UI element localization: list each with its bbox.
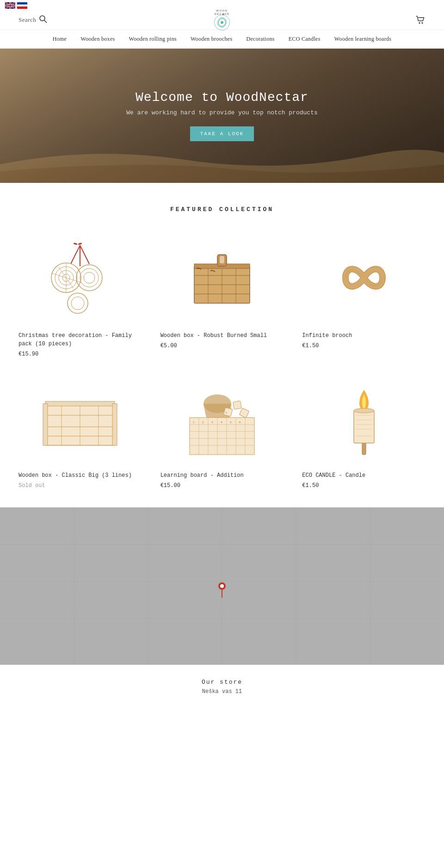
svg-rect-8: [5, 5, 15, 6]
nav-wooden-learning-boards[interactable]: Wooden learning boards: [334, 36, 392, 43]
flag-slovenian[interactable]: [17, 2, 27, 8]
nav-wooden-boxes[interactable]: Wooden boxes: [80, 36, 115, 43]
product-image-6: [302, 371, 426, 464]
product-card-4[interactable]: Wooden box - Classic Big (3 lines) Sold …: [18, 371, 142, 489]
product-card-3[interactable]: Infinite brooch €1.50: [302, 231, 426, 357]
svg-rect-58: [112, 404, 117, 445]
search-area: Search: [18, 15, 222, 25]
product-price-2: €5.00: [160, 343, 284, 349]
svg-text:6: 6: [239, 420, 241, 424]
nav-wooden-brooches[interactable]: Wooden brooches: [191, 36, 233, 43]
svg-rect-79: [233, 401, 242, 410]
svg-point-37: [68, 293, 88, 313]
svg-point-12: [40, 16, 45, 21]
svg-rect-80: [239, 408, 249, 418]
product-card-2[interactable]: Wooden box - Robust Burned Small €5.00: [160, 231, 284, 357]
featured-title: FEATURED COLLECTION: [18, 206, 426, 213]
svg-rect-56: [45, 401, 115, 406]
product-img-wooden-box-small: [185, 241, 259, 315]
product-card-6[interactable]: ECO CANDLE - Candle €1.50: [302, 371, 426, 489]
map-placeholder: [0, 507, 444, 665]
products-grid: Christmas tree decoration - Family pack …: [18, 231, 426, 489]
product-image-4: [18, 371, 142, 464]
hero-cta-button[interactable]: TAKE A LOOK: [190, 126, 254, 141]
product-name-2: Wooden box - Robust Burned Small: [160, 331, 284, 340]
hero-title: Welcome to WoodNectar: [126, 90, 317, 105]
footer-map-area: [0, 507, 444, 665]
logo-icon: WOOD NECTAR: [208, 5, 236, 33]
svg-point-35: [80, 269, 99, 287]
svg-text:WOOD: WOOD: [216, 9, 228, 12]
svg-rect-10: [17, 5, 27, 7]
svg-rect-48: [220, 256, 224, 263]
nav-wooden-rolling-pins[interactable]: Wooden rolling pins: [129, 36, 177, 43]
svg-point-21: [222, 14, 223, 15]
svg-point-23: [422, 22, 423, 24]
header: Search WOOD NECTAR: [0, 10, 444, 30]
svg-point-36: [84, 272, 95, 283]
svg-point-38: [71, 297, 84, 310]
svg-rect-11: [17, 6, 27, 9]
svg-text:3: 3: [211, 420, 213, 424]
footer-text-area: Our store Neška vas 11: [0, 665, 444, 709]
svg-point-89: [354, 408, 374, 413]
product-name-3: Infinite brooch: [302, 331, 426, 340]
product-image-1: [18, 231, 142, 324]
nav-eco-candles[interactable]: ECO Candles: [289, 36, 321, 43]
product-image-2: [160, 231, 284, 324]
svg-line-26: [80, 245, 89, 264]
product-name-4: Wooden box - Classic Big (3 lines): [18, 471, 142, 480]
hero-banner: Welcome to WoodNectar We are working har…: [0, 49, 444, 183]
product-img-eco-candle: [336, 376, 392, 459]
flag-english[interactable]: [5, 2, 15, 8]
product-price-3: €1.50: [302, 343, 426, 349]
logo[interactable]: WOOD NECTAR: [208, 5, 236, 35]
cart-icon: [415, 15, 426, 25]
cart-button[interactable]: [222, 15, 426, 25]
svg-text:1: 1: [193, 420, 195, 424]
product-card-5[interactable]: 1 2 3 4 5 6 + Learning board - Addition …: [160, 371, 284, 489]
product-name-1: Christmas tree decoration - Family pack …: [18, 331, 142, 348]
svg-text:+: +: [225, 411, 228, 415]
hero-content: Welcome to WoodNectar We are working har…: [126, 90, 317, 141]
svg-text:2: 2: [202, 420, 204, 424]
product-price-1: €15.90: [18, 351, 142, 357]
svg-point-20: [221, 21, 223, 24]
search-button[interactable]: [39, 15, 47, 25]
search-label: Search: [18, 16, 36, 24]
product-name-6: ECO CANDLE - Candle: [302, 471, 426, 480]
product-img-wooden-box-classic: [38, 381, 122, 455]
product-img-christmas-decoration: [38, 236, 122, 319]
product-image-3: [302, 231, 426, 324]
svg-rect-82: [354, 411, 374, 443]
product-price-6: €1.50: [302, 482, 426, 489]
product-image-5: 1 2 3 4 5 6 +: [160, 371, 284, 464]
product-sold-out-4: Sold out: [18, 482, 142, 489]
product-price-5: €15.00: [160, 482, 284, 489]
svg-rect-57: [43, 404, 48, 445]
nav-home[interactable]: Home: [53, 36, 67, 43]
svg-line-24: [71, 245, 80, 264]
featured-section: FEATURED COLLECTION: [0, 183, 444, 507]
svg-text:4: 4: [221, 420, 222, 424]
svg-text:5: 5: [230, 420, 232, 424]
product-img-infinite-brooch: [327, 241, 401, 315]
nav-decorations[interactable]: Decorations: [246, 36, 274, 43]
svg-point-100: [220, 584, 224, 588]
footer-address: Neška vas 11: [18, 688, 426, 695]
product-card-1[interactable]: Christmas tree decoration - Family pack …: [18, 231, 142, 357]
svg-line-13: [44, 20, 47, 23]
hero-subtitle: We are working hard to provide you top n…: [126, 109, 317, 116]
svg-point-22: [419, 22, 420, 24]
footer-store-title: Our store: [18, 679, 426, 686]
product-img-learning-board: 1 2 3 4 5 6 +: [180, 376, 264, 459]
product-name-5: Learning board - Addition: [160, 471, 284, 480]
